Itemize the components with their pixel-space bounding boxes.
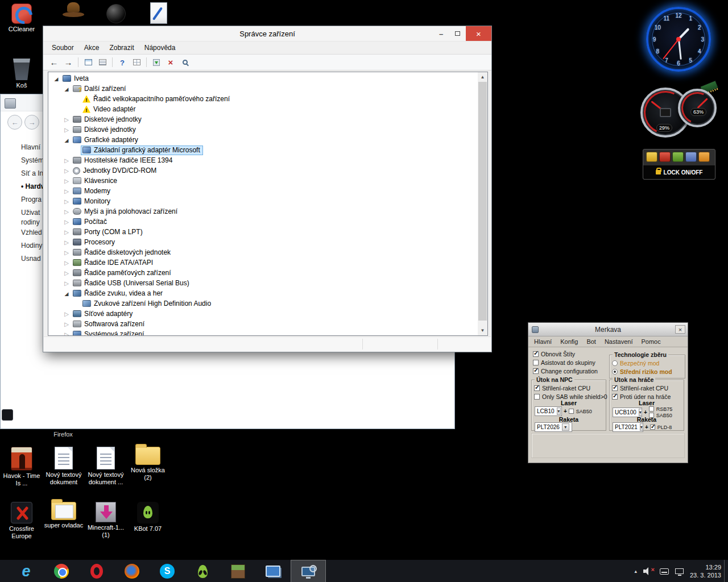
- tree-item[interactable]: Disketové jednotky: [48, 114, 478, 124]
- cpu-ram-meter-gadget[interactable]: 29% 63%: [640, 83, 720, 140]
- tree-item-inner[interactable]: Softwarová zařízení: [71, 319, 147, 329]
- back-icon[interactable]: [48, 56, 60, 69]
- scan-hardware-icon[interactable]: [179, 56, 191, 69]
- tree-item[interactable]: Softwarová zařízení: [48, 319, 478, 329]
- tree-item[interactable]: Porty (COM a LPT): [48, 227, 478, 237]
- menu-item[interactable]: Soubor: [47, 43, 79, 53]
- expander-icon[interactable]: [62, 308, 71, 319]
- lock-gadget[interactable]: LOCK ON/OFF: [643, 149, 715, 180]
- update-driver-icon[interactable]: [150, 56, 163, 69]
- desktop-icon[interactable]: Crossfire Europe: [1, 502, 42, 557]
- dropdown-arrow-icon[interactable]: [640, 423, 643, 431]
- desktop-icon-recycle-bin[interactable]: Koš: [1, 59, 42, 89]
- tree-item[interactable]: Zvukové zařízení High Definition Audio: [48, 298, 478, 309]
- dropdown-arrow-icon[interactable]: [562, 423, 569, 431]
- tree-item[interactable]: Řadiče disketových jednotek: [48, 247, 478, 257]
- merkava-window[interactable]: Merkava HlavníKonfigBotNastaveníPomoc Ob…: [528, 322, 688, 463]
- scroll-up-icon[interactable]: [478, 72, 487, 82]
- expander-icon[interactable]: [62, 267, 71, 278]
- show-window-icon[interactable]: [82, 56, 94, 69]
- expander-icon[interactable]: [62, 124, 71, 135]
- volume-muted-icon[interactable]: [643, 567, 653, 575]
- taskbar-app[interactable]: [255, 560, 291, 582]
- yellow-key-icon[interactable]: [646, 152, 657, 162]
- expander-icon[interactable]: [62, 155, 71, 166]
- clock-gadget[interactable]: 121234567891011: [646, 7, 711, 72]
- vertical-scrollbar[interactable]: [478, 72, 487, 335]
- tree-item-inner[interactable]: Klávesnice: [71, 176, 120, 186]
- desktop-icon-hat[interactable]: [53, 2, 94, 18]
- checkbox[interactable]: Obnovit Štíty: [533, 350, 598, 358]
- expander-icon[interactable]: [62, 247, 71, 258]
- tree-item[interactable]: Monitory: [48, 196, 478, 206]
- tree-item[interactable]: Řadič velkokapacitního paměťového zaříze…: [48, 94, 478, 104]
- tree-item-inner[interactable]: Řadiče IDE ATA/ATAPI: [71, 258, 156, 268]
- taskbar-app[interactable]: [9, 560, 44, 582]
- expander-icon[interactable]: [62, 165, 71, 176]
- tree-item[interactable]: Základní grafický adaptér Microsoft: [48, 145, 478, 155]
- orange-lock-icon[interactable]: [698, 152, 710, 162]
- close-button[interactable]: [466, 26, 491, 41]
- tree-item-inner[interactable]: Monitory: [71, 197, 113, 206]
- radio-option[interactable]: Bezpečný mod: [612, 359, 672, 367]
- tree-item-inner[interactable]: Počítač: [71, 217, 110, 227]
- expander-icon[interactable]: [62, 329, 71, 336]
- taskbar-app[interactable]: [185, 560, 220, 582]
- npc-laser-select[interactable]: LCB10: [535, 406, 562, 416]
- tree-item-inner[interactable]: Video adaptér: [81, 105, 139, 114]
- tree-item[interactable]: Iveta: [48, 73, 478, 84]
- player-laser-select[interactable]: UCB100: [613, 408, 642, 417]
- checkbox[interactable]: SAB50: [569, 408, 592, 414]
- expander-icon[interactable]: [62, 277, 71, 289]
- expander-icon[interactable]: [62, 318, 71, 330]
- checkbox-box[interactable]: [533, 360, 539, 365]
- expander-icon[interactable]: [62, 226, 71, 238]
- desktop-icon-ccleaner[interactable]: CCleaner: [1, 3, 42, 33]
- menu-item[interactable]: Bot: [586, 338, 596, 345]
- lock-toggle[interactable]: LOCK ON/OFF: [643, 165, 715, 179]
- device-manager-titlebar[interactable]: Správce zařízení: [43, 26, 491, 41]
- checkbox-box[interactable]: [612, 385, 618, 391]
- taskbar-app[interactable]: [220, 560, 255, 582]
- tree-item[interactable]: Řadiče paměťových zařízení: [48, 268, 478, 278]
- maximize-button[interactable]: [449, 26, 466, 41]
- desktop-icon-label-firefox[interactable]: Firefox: [43, 431, 83, 438]
- checkbox[interactable]: Střílení-raket CPU: [612, 384, 671, 392]
- tree-item[interactable]: Modemy: [48, 186, 478, 196]
- checkbox[interactable]: Change configuration: [533, 367, 598, 375]
- checkbox-box[interactable]: [569, 409, 574, 414]
- tree-item-inner[interactable]: Další zařízení: [71, 84, 129, 94]
- tree-item-inner[interactable]: Iveta: [61, 74, 92, 84]
- tree-item[interactable]: Řadiče IDE ATA/ATAPI: [48, 257, 478, 268]
- dropdown-arrow-icon[interactable]: [639, 409, 642, 416]
- expander-icon[interactable]: [62, 185, 71, 197]
- expander-icon[interactable]: [52, 73, 61, 84]
- properties-icon[interactable]: [130, 56, 143, 69]
- desktop-icon[interactable]: KBot 7.07: [127, 502, 168, 557]
- forward-button[interactable]: [24, 115, 39, 130]
- desktop-icon[interactable]: Havok - Time Is ...: [1, 447, 42, 502]
- tree-item-inner[interactable]: Zvukové zařízení High Definition Audio: [81, 299, 214, 309]
- hidden-icons-chevron-icon[interactable]: [634, 568, 637, 574]
- tree-item-inner[interactable]: Síťové adaptéry: [71, 309, 135, 319]
- tray-clock[interactable]: 13:29 23. 3. 2013: [690, 563, 721, 579]
- list-view-icon[interactable]: [96, 56, 109, 69]
- tree-item-inner[interactable]: Modemy: [71, 186, 113, 196]
- tree-item[interactable]: Grafické adaptéry: [48, 135, 478, 145]
- uninstall-icon[interactable]: [164, 56, 177, 69]
- dropdown-arrow-icon[interactable]: [557, 408, 561, 415]
- npc-rocket-select[interactable]: PLT2026: [535, 422, 572, 432]
- menu-item[interactable]: Nastavení: [605, 338, 633, 345]
- expander-icon[interactable]: [62, 196, 71, 207]
- desktop-icon-dark-app[interactable]: [96, 4, 136, 23]
- tree-item[interactable]: Řadiče USB (Universal Serial Bus): [48, 278, 478, 288]
- expander-icon[interactable]: [62, 257, 71, 268]
- tree-item[interactable]: Další zařízení: [48, 84, 478, 94]
- tree-item-inner[interactable]: Porty (COM a LPT): [71, 227, 146, 237]
- radio-circle[interactable]: [612, 369, 618, 375]
- tree-item[interactable]: Hostitelské řadiče IEEE 1394: [48, 155, 478, 165]
- tree-item-inner[interactable]: Základní grafický adaptér Microsoft: [81, 146, 203, 155]
- menu-item[interactable]: Konfig: [560, 338, 578, 345]
- checkbox-box[interactable]: [534, 394, 540, 400]
- expander-icon[interactable]: [62, 114, 71, 125]
